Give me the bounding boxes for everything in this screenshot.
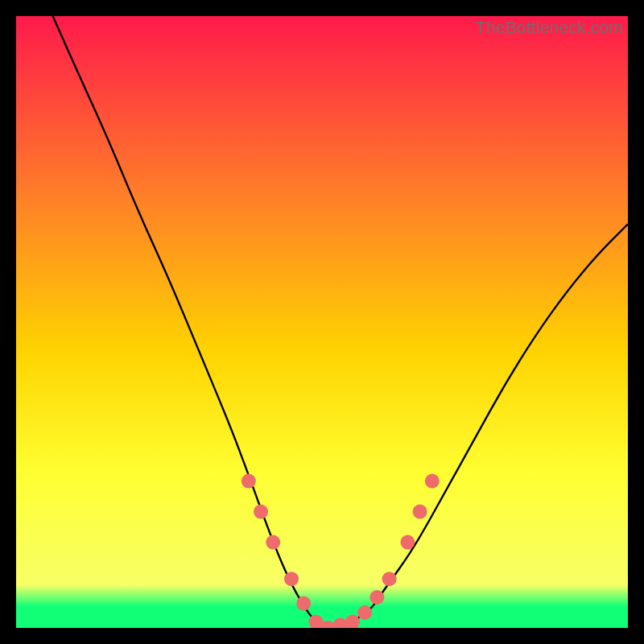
highlight-dot [382,572,397,586]
highlight-dot [242,474,256,489]
chart-frame: TheBottleneck.com [16,16,628,628]
highlight-dot [296,597,311,611]
highlight-dot [400,535,415,550]
highlight-dot [254,505,268,519]
highlight-dot [369,590,384,605]
chart-background [16,16,628,628]
highlight-dot [413,505,427,519]
highlight-dot [284,572,299,586]
highlight-dot [357,605,372,620]
highlight-dot [266,535,280,550]
bottleneck-chart [16,16,628,628]
highlight-dot [425,474,440,489]
watermark-text: TheBottleneck.com [476,18,623,37]
